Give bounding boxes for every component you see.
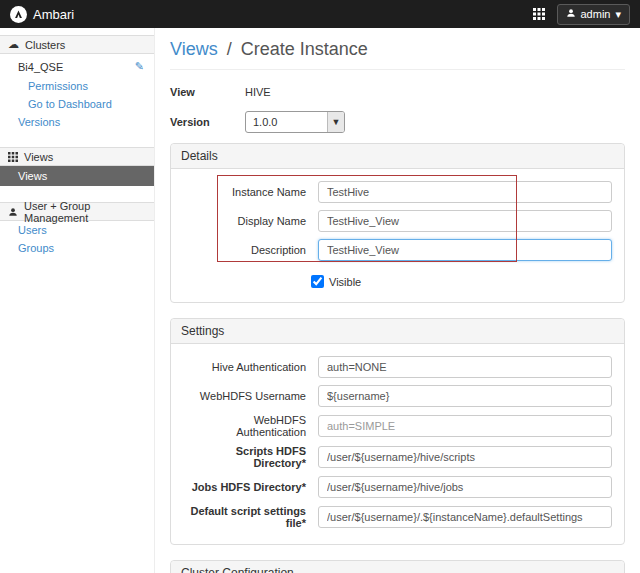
display-name-label: Display Name: [183, 215, 318, 227]
display-name-input[interactable]: [318, 210, 612, 232]
sidebar-item-views[interactable]: Views: [0, 166, 154, 186]
settings-panel-body: Hive Authentication WebHDFS Username Web…: [171, 344, 624, 544]
details-panel-body: Instance Name Display Name Description V…: [171, 169, 624, 302]
sidebar-item-go-to-dashboard[interactable]: Go to Dashboard: [0, 95, 154, 113]
scripts-hdfs-directory-label: Scripts HDFS Directory*: [183, 445, 318, 469]
breadcrumb: Views / Create Instance: [170, 35, 625, 70]
cluster-name-label: Bi4_QSE: [18, 61, 63, 73]
sidebar-item-versions[interactable]: Versions: [0, 113, 154, 131]
webhdfs-authentication-label: WebHDFS Authentication: [183, 414, 318, 438]
scripts-hdfs-directory-row: Scripts HDFS Directory*: [183, 445, 612, 469]
user-icon: [566, 8, 576, 20]
breadcrumb-views-link[interactable]: Views: [170, 39, 218, 59]
view-label: View: [170, 86, 245, 98]
default-script-settings-label: Default script settings file*: [183, 505, 318, 529]
user-menu-button[interactable]: admin ▾: [557, 4, 631, 25]
edit-icon[interactable]: ✎: [135, 60, 144, 73]
cloud-icon: ☁: [8, 38, 19, 51]
version-select-value: 1.0.0: [246, 116, 277, 128]
sidebar: ☁ Clusters Bi4_QSE ✎ Permissions Go to D…: [0, 28, 155, 573]
description-input[interactable]: [318, 239, 612, 261]
views-section-label: Views: [24, 151, 53, 163]
main-content: Views / Create Instance View HIVE Versio…: [155, 28, 640, 573]
brand[interactable]: Ambari: [10, 6, 74, 23]
visible-row: Visible: [311, 275, 612, 288]
visible-checkbox[interactable]: [311, 275, 324, 288]
views-section-header: Views: [0, 147, 154, 166]
view-value: HIVE: [245, 86, 271, 98]
navbar-right: admin ▾: [533, 4, 631, 25]
cluster-config-panel-header: Cluster Configuration: [171, 561, 624, 573]
user-icon: [8, 207, 18, 217]
jobs-hdfs-directory-row: Jobs HDFS Directory*: [183, 476, 612, 498]
default-script-settings-input[interactable]: [318, 506, 612, 528]
sidebar-item-permissions[interactable]: Permissions: [0, 77, 154, 95]
sidebar-item-users[interactable]: Users: [0, 221, 154, 239]
details-panel: Details Instance Name Display Name Descr…: [170, 143, 625, 303]
description-label: Description: [183, 244, 318, 256]
breadcrumb-separator: /: [227, 39, 232, 59]
ambari-logo-icon: [10, 6, 27, 23]
settings-panel-header: Settings: [171, 319, 624, 344]
instance-name-label: Instance Name: [183, 186, 318, 198]
webhdfs-authentication-input[interactable]: [318, 415, 612, 437]
user-group-section-header: User + Group Management: [0, 202, 154, 221]
version-select[interactable]: 1.0.0 ▼: [245, 111, 345, 133]
view-row: View HIVE: [170, 82, 625, 102]
version-row: Version 1.0.0 ▼: [170, 111, 625, 133]
scripts-hdfs-directory-input[interactable]: [318, 446, 612, 468]
jobs-hdfs-directory-label: Jobs HDFS Directory*: [183, 481, 318, 493]
chevron-down-icon: ▼: [327, 112, 344, 132]
default-script-settings-row: Default script settings file*: [183, 505, 612, 529]
settings-panel: Settings Hive Authentication WebHDFS Use…: [170, 318, 625, 545]
clusters-section-label: Clusters: [25, 39, 65, 51]
caret-down-icon: ▾: [615, 8, 621, 21]
apps-grid-icon[interactable]: [533, 8, 545, 20]
description-row: Description: [183, 239, 612, 261]
webhdfs-username-label: WebHDFS Username: [183, 390, 318, 402]
instance-name-row: Instance Name: [183, 181, 612, 203]
clusters-section-header: ☁ Clusters: [0, 35, 154, 54]
display-name-row: Display Name: [183, 210, 612, 232]
user-menu-label: admin: [581, 8, 611, 20]
webhdfs-username-input[interactable]: [318, 385, 612, 407]
cluster-config-panel: Cluster Configuration Local Ambari Manag…: [170, 560, 625, 573]
sidebar-item-cluster[interactable]: Bi4_QSE ✎: [0, 54, 154, 77]
user-group-section-label: User + Group Management: [24, 200, 146, 224]
instance-name-input[interactable]: [318, 181, 612, 203]
hive-authentication-label: Hive Authentication: [183, 361, 318, 373]
version-label: Version: [170, 116, 245, 128]
webhdfs-username-row: WebHDFS Username: [183, 385, 612, 407]
jobs-hdfs-directory-input[interactable]: [318, 476, 612, 498]
top-navbar: Ambari admin ▾: [0, 0, 640, 28]
brand-label: Ambari: [33, 7, 74, 22]
visible-label: Visible: [329, 276, 361, 288]
grid-icon: [8, 152, 18, 162]
sidebar-item-groups[interactable]: Groups: [0, 239, 154, 257]
hive-authentication-input[interactable]: [318, 356, 612, 378]
details-panel-header: Details: [171, 144, 624, 169]
webhdfs-authentication-row: WebHDFS Authentication: [183, 414, 612, 438]
page-title: Create Instance: [241, 39, 368, 59]
hive-authentication-row: Hive Authentication: [183, 356, 612, 378]
